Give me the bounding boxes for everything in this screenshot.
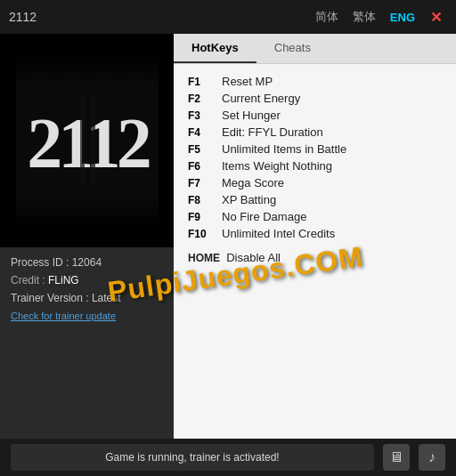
cheat-key: F5 <box>188 143 222 156</box>
left-panel: 2112 Pro <box>0 34 174 439</box>
cheat-key: F8 <box>188 194 222 206</box>
music-icon[interactable]: ♪ <box>419 444 445 471</box>
svg-rect-5 <box>16 194 159 230</box>
app-title: 2112 <box>9 10 311 24</box>
update-link[interactable]: Check for trainer update <box>11 311 116 321</box>
lang-english[interactable]: ENG <box>386 9 419 26</box>
cheat-list: F1Reset MPF2Current EnergyF3Set HungerF4… <box>174 64 456 439</box>
trainer-version: Trainer Version : Latest <box>11 292 163 304</box>
cheat-key: F6 <box>188 160 222 173</box>
cheat-item: F8XP Batting <box>188 191 442 208</box>
cheat-key: F2 <box>188 93 222 105</box>
cheat-key: F7 <box>188 177 222 190</box>
cheat-desc: XP Batting <box>222 193 276 206</box>
cheat-desc: Set Hunger <box>222 109 281 122</box>
info-panel: Process ID : 12064 Credit : FLiNG Traine… <box>0 247 174 439</box>
close-button[interactable]: ✕ <box>425 7 447 28</box>
language-bar: 简体 繁体 ENG ✕ <box>311 7 447 28</box>
cheat-desc: Unlimited Items in Battle <box>222 142 346 156</box>
cheat-item: F4Edit: FFYL Duration <box>188 124 442 141</box>
cheat-item: F10Unlimited Intel Credits <box>188 225 442 242</box>
cheat-item: F6Items Weight Nothing <box>188 157 442 174</box>
cheat-desc: Reset MP <box>222 75 273 88</box>
cheat-key: F9 <box>188 211 222 223</box>
status-text: Game is running, trainer is activated! <box>105 451 279 464</box>
bottom-bar: Game is running, trainer is activated! 🖥… <box>0 439 456 476</box>
cheat-desc: Unlimited Intel Credits <box>222 227 335 240</box>
lang-simplified[interactable]: 简体 <box>311 7 343 27</box>
home-action: HOME Disable All <box>188 251 442 264</box>
svg-text:2112: 2112 <box>27 104 150 182</box>
cheat-key: F1 <box>188 76 222 88</box>
cheat-item: F5Unlimited Items in Battle <box>188 141 442 157</box>
cheat-desc: Current Energy <box>222 92 300 105</box>
cheat-desc: Items Weight Nothing <box>222 159 332 173</box>
cheat-item: F3Set Hunger <box>188 107 442 124</box>
cheat-key: F3 <box>188 109 222 122</box>
title-bar: 2112 简体 繁体 ENG ✕ <box>0 0 456 34</box>
cheat-item: F9No Fire Damage <box>188 208 442 225</box>
cheat-key: F10 <box>188 228 222 240</box>
cheat-desc: No Fire Damage <box>222 210 306 223</box>
update-link-container: Check for trainer update <box>11 310 163 322</box>
tabs-bar: HotKeys Cheats <box>174 34 456 64</box>
svg-rect-2 <box>80 96 85 185</box>
main-area: 2112 Pro <box>0 34 456 439</box>
cheat-item: F7Mega Score <box>188 174 442 191</box>
lang-traditional[interactable]: 繁体 <box>348 7 380 27</box>
cheat-key: F4 <box>188 126 222 139</box>
right-panel: HotKeys Cheats F1Reset MPF2Current Energ… <box>174 34 456 439</box>
svg-rect-3 <box>91 96 95 185</box>
credit-line: Credit : FLiNG <box>11 274 163 286</box>
monitor-icon[interactable]: 🖥 <box>383 444 410 471</box>
cheat-item: F2Current Energy <box>188 90 442 107</box>
svg-rect-4 <box>16 52 159 87</box>
tab-cheats[interactable]: Cheats <box>256 34 329 63</box>
tab-hotkeys[interactable]: HotKeys <box>174 34 256 63</box>
game-logo: 2112 <box>0 34 174 247</box>
process-id: Process ID : 12064 <box>11 256 163 269</box>
cheat-desc: Edit: FFYL Duration <box>222 125 323 139</box>
cheat-desc: Mega Score <box>222 176 284 190</box>
cheat-item: F1Reset MP <box>188 73 442 90</box>
status-message-box: Game is running, trainer is activated! <box>11 444 374 471</box>
